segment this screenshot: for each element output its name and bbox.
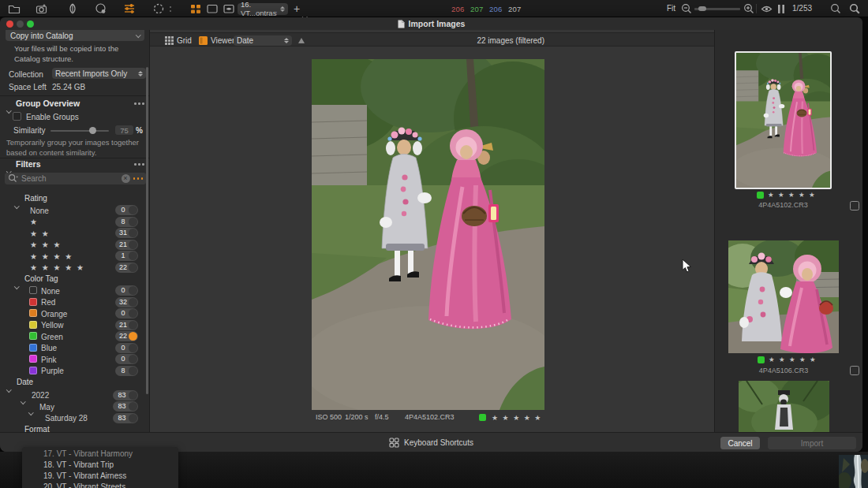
sidebar-scrollbar[interactable] xyxy=(146,67,148,394)
loupe-icon[interactable] xyxy=(849,3,860,14)
develop-icon[interactable] xyxy=(66,2,79,15)
import-checkbox[interactable] xyxy=(850,201,859,210)
date-month-chevron-icon[interactable] xyxy=(29,404,33,418)
color-tag-row[interactable]: Purple xyxy=(41,366,64,377)
rating-row[interactable]: ★ ★ ★ ★ xyxy=(30,251,73,262)
clear-search-icon[interactable]: × xyxy=(122,174,130,183)
filters-menu-icon[interactable] xyxy=(134,163,144,166)
style-preset-dropdown[interactable]: 16. VT...ontrast xyxy=(238,3,288,15)
metadata-lens-icon[interactable] xyxy=(95,2,107,15)
library-folder-icon[interactable] xyxy=(8,2,21,15)
zoom-slider-thumb[interactable] xyxy=(698,6,706,11)
import-checkbox[interactable] xyxy=(850,366,859,375)
date-row-day[interactable]: Saturday 28 xyxy=(45,413,88,424)
destination-dropdown[interactable]: Copy into Catalog xyxy=(6,30,144,41)
color-count-badge[interactable]: 0 xyxy=(115,354,138,364)
grid-toggle-label[interactable]: Grid xyxy=(177,36,192,45)
zoom-out-icon[interactable] xyxy=(681,3,692,14)
search-input[interactable] xyxy=(21,174,122,183)
date-year-chevron-icon[interactable] xyxy=(21,392,25,406)
group-overview-description: Temporarily group your images together b… xyxy=(6,138,145,158)
color-count-badge[interactable]: 0 xyxy=(115,343,138,353)
rating-row[interactable]: ★ xyxy=(30,217,38,228)
visibility-eye-icon[interactable] xyxy=(761,4,773,14)
thumbnail[interactable] xyxy=(728,240,839,353)
date-count-badge[interactable]: 83 xyxy=(113,413,138,423)
rating-count-badge[interactable]: 0 xyxy=(115,205,138,215)
rating-row[interactable]: ★ ★ ★ xyxy=(30,240,62,251)
color-count-badge[interactable]: 21 xyxy=(115,320,138,330)
rating-count-badge[interactable]: 21 xyxy=(115,240,138,250)
color-count-badge[interactable]: 0 xyxy=(115,285,138,296)
color-count-badge-active[interactable]: 22 xyxy=(115,331,138,341)
rating-count-badge[interactable]: 8 xyxy=(115,217,138,227)
thumbnail-stars[interactable]: ★ ★ ★ ★ ★ xyxy=(768,191,816,199)
cancel-button[interactable]: Cancel xyxy=(720,437,760,449)
thumbnail-stars[interactable]: ★ ★ ★ ★ ★ xyxy=(769,356,817,363)
color-tag-row[interactable]: Orange xyxy=(41,308,67,319)
color-tag-row[interactable]: Blue xyxy=(41,343,57,354)
compare-icon[interactable] xyxy=(776,4,786,14)
date-row-month[interactable]: May xyxy=(39,401,54,412)
date-count-badge[interactable]: 83 xyxy=(113,390,138,400)
adjustments-sliders-icon[interactable] xyxy=(123,2,136,15)
enable-groups-checkbox[interactable] xyxy=(13,112,21,121)
color-tag-row[interactable]: Red xyxy=(41,297,55,308)
color-count-badge[interactable]: 8 xyxy=(115,366,138,376)
sort-by-dropdown[interactable]: Date xyxy=(234,35,292,46)
capture-camera-icon[interactable] xyxy=(36,2,48,15)
rating-row[interactable]: ★ ★ xyxy=(30,228,50,239)
date-chevron-icon[interactable] xyxy=(7,380,11,394)
sort-direction-icon[interactable] xyxy=(298,38,305,43)
mask-icon[interactable] xyxy=(152,2,165,15)
green-color-tag[interactable] xyxy=(479,414,486,421)
color-tag-chevron-icon[interactable] xyxy=(15,277,19,291)
style-list-item[interactable]: 17. VT - Vibrant Harmony xyxy=(43,449,133,458)
proof-view-icon[interactable] xyxy=(223,2,235,15)
green-color-tag[interactable] xyxy=(758,356,765,363)
style-list-item[interactable]: 18. VT - Vibrant Trip xyxy=(43,460,114,469)
rating-count-badge[interactable]: 22 xyxy=(115,263,138,273)
dialog-titlebar: Import Images xyxy=(0,17,862,30)
date-label: May xyxy=(39,403,54,412)
color-count-badge[interactable]: 0 xyxy=(115,308,138,319)
group-overview-chevron-icon[interactable] xyxy=(7,101,11,115)
similarity-value[interactable]: 75 xyxy=(115,125,133,135)
color-tag-row[interactable]: Green xyxy=(41,331,63,342)
style-list-item[interactable]: 19. VT - Vibrant Airness xyxy=(43,471,126,480)
rating-stars[interactable]: ★ ★ ★ ★ ★ xyxy=(492,414,542,422)
style-list-item[interactable]: 20. VT - Vibrant Streets xyxy=(43,482,125,488)
rating-row[interactable]: None xyxy=(30,205,49,216)
search-options-icon[interactable] xyxy=(133,177,144,180)
viewer-toggle-icon[interactable] xyxy=(199,36,208,45)
main-photo[interactable] xyxy=(312,59,544,410)
grid-view-icon[interactable] xyxy=(189,2,202,15)
group-overview-menu-icon[interactable] xyxy=(134,102,144,105)
rating-stars: ★ ★ ★ ★ xyxy=(30,252,73,261)
rating-count-badge[interactable]: 1 xyxy=(115,251,138,261)
filter-search-field[interactable]: × xyxy=(5,173,146,184)
similarity-slider-thumb[interactable] xyxy=(89,127,96,134)
thumbnail-selected[interactable] xyxy=(735,51,832,189)
rating-chevron-icon[interactable] xyxy=(15,196,19,210)
color-tag-row[interactable]: Pink xyxy=(41,354,56,365)
zoom-in-icon[interactable] xyxy=(743,3,754,14)
search-icon[interactable] xyxy=(830,3,841,14)
collection-dropdown[interactable]: Recent Imports Only xyxy=(52,68,146,79)
thumbnail-partial[interactable] xyxy=(739,381,829,432)
date-row-year[interactable]: 2022 xyxy=(32,390,49,401)
zoom-mode-label[interactable]: Fit xyxy=(667,4,675,13)
rating-count-badge[interactable]: 31 xyxy=(115,228,138,238)
color-count-badge[interactable]: 32 xyxy=(115,297,138,307)
color-tag-row[interactable]: Yellow xyxy=(41,320,64,331)
grid-toggle-icon[interactable] xyxy=(165,36,174,45)
date-count-badge[interactable]: 83 xyxy=(113,401,138,412)
green-color-tag[interactable] xyxy=(757,192,764,199)
color-tag-row[interactable]: None xyxy=(41,285,60,296)
rating-row[interactable]: ★ ★ ★ ★ ★ xyxy=(30,263,84,274)
add-style-button[interactable]: + xyxy=(294,2,300,15)
similarity-slider[interactable] xyxy=(51,130,109,132)
import-button[interactable]: Import xyxy=(768,437,856,449)
viewer-toggle-label[interactable]: Viewer xyxy=(211,36,234,45)
single-view-icon[interactable] xyxy=(206,2,219,15)
